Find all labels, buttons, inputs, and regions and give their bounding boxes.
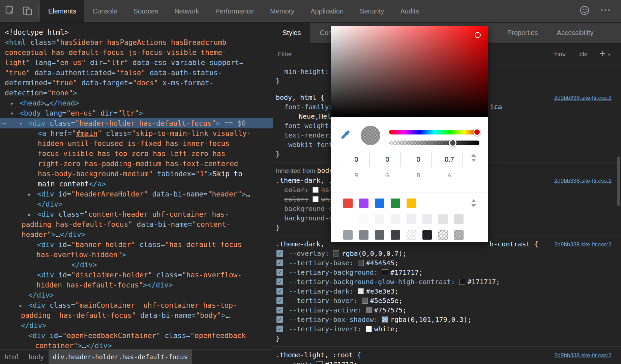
styles-tab-styles[interactable]: Styles	[273, 23, 310, 43]
dom-tree-node[interactable]: light" lang="en-us" dir="ltr" data-css-v…	[0, 58, 273, 68]
css-property-name[interactable]: --tertiary-background:	[289, 268, 378, 276]
red-channel-input[interactable]	[343, 152, 370, 167]
css-property-value[interactable]: #5e5e5e;	[370, 297, 403, 305]
collapse-arrow-icon[interactable]: ▼	[11, 109, 13, 119]
toggle-cls-button[interactable]: .cls	[578, 51, 587, 58]
palette-swatch[interactable]	[454, 199, 464, 208]
css-declaration[interactable]: --tertiary-box-shadow: rgba(0,101,179,0.…	[273, 315, 621, 324]
declaration-checkbox[interactable]	[276, 316, 283, 323]
dom-tree-node[interactable]: ▶<div class="mainContainer uhf-container…	[0, 300, 273, 310]
color-swatch[interactable]	[366, 307, 372, 313]
css-declaration[interactable]: --tertiary-background-glow-high-contrast…	[273, 277, 621, 286]
declaration-checkbox[interactable]	[276, 278, 283, 285]
dom-tree-node[interactable]: <div id="disclaimer-holder" class="has-o…	[0, 270, 273, 280]
toggle-hov-button[interactable]: :hov	[554, 51, 566, 58]
css-property-name[interactable]: color:	[284, 186, 308, 194]
color-swatch[interactable]	[362, 298, 368, 304]
css-property-name[interactable]: --tertiary-background-glow-high-contrast…	[289, 278, 455, 286]
color-swatch[interactable]	[333, 250, 339, 256]
collapse-arrow-icon[interactable]: ▼	[20, 119, 22, 129]
css-declaration[interactable]: --tertiary-active: #757575;	[273, 305, 621, 315]
css-declaration[interactable]: --tertiary-base: #454545;	[273, 258, 621, 268]
dom-tree-node[interactable]: ▶<div class="content-header uhf-containe…	[0, 209, 273, 219]
dom-tree-node[interactable]: </div>	[0, 260, 273, 270]
color-swatch[interactable]	[313, 196, 319, 202]
css-selector[interactable]: .theme-dark,	[276, 240, 325, 248]
declaration-checkbox[interactable]	[276, 288, 283, 295]
palette-stepper[interactable]	[471, 199, 476, 207]
dom-tree-node[interactable]: </div>	[0, 290, 273, 300]
dom-tree-node[interactable]: </div>	[0, 199, 273, 209]
css-declaration[interactable]: --tertiary-background: #171717;	[273, 268, 621, 277]
css-property-value[interactable]: #171717;	[468, 278, 500, 286]
css-property-value[interactable]: white;	[374, 325, 398, 333]
eyedropper-icon[interactable]	[340, 129, 351, 142]
green-channel-input[interactable]	[374, 152, 401, 167]
new-style-rule-button[interactable]: +	[599, 48, 605, 59]
hue-slider[interactable]	[389, 130, 479, 134]
css-property-value[interactable]: #171717;	[390, 268, 423, 276]
palette-swatch[interactable]	[359, 214, 368, 224]
css-property-value[interactable]: #757575;	[374, 306, 407, 314]
css-property-name[interactable]: --tertiary-base:	[289, 259, 354, 267]
expand-arrow-icon[interactable]: ▶	[11, 98, 13, 109]
palette-swatch[interactable]	[391, 199, 400, 208]
css-declaration[interactable]: --tertiary-hover: #5e5e5e;	[273, 296, 621, 305]
color-swatch[interactable]	[358, 288, 364, 294]
declaration-checkbox[interactable]	[276, 250, 283, 257]
palette-swatch[interactable]	[359, 230, 368, 240]
tab-sources[interactable]: Sources	[125, 0, 166, 22]
tab-memory[interactable]: Memory	[262, 0, 302, 22]
declaration-checkbox[interactable]	[276, 307, 283, 313]
dom-tree-node[interactable]: "true" data-authenticated="false" data-a…	[0, 68, 273, 78]
color-format-stepper[interactable]	[471, 154, 476, 162]
css-property-value[interactable]: rgba(0,0,0,0.7);	[342, 249, 407, 257]
alpha-channel-input[interactable]	[436, 152, 463, 167]
css-property-name[interactable]: min-height:	[284, 67, 329, 75]
color-swatch[interactable]	[459, 279, 465, 285]
css-declaration[interactable]: --tertiary-invert: white;	[273, 324, 621, 334]
tab-performance[interactable]: Performance	[207, 0, 262, 22]
palette-swatch[interactable]	[343, 214, 353, 224]
device-toolbar-icon[interactable]	[22, 5, 33, 18]
css-property-value[interactable]: #454545;	[366, 259, 398, 267]
color-swatch[interactable]	[317, 361, 323, 364]
dom-tree-node[interactable]: ▼<body lang="en-us" dir="ltr">	[0, 108, 273, 118]
color-swatch[interactable]	[358, 260, 364, 266]
css-declaration[interactable]: --text: #171717;	[273, 360, 621, 364]
dom-tree-node-selected[interactable]: ⋯▼<div class="header-holder has-default-…	[0, 118, 273, 128]
css-property-name[interactable]: --tertiary-active:	[289, 306, 362, 314]
expand-arrow-icon[interactable]: ▶	[28, 210, 31, 220]
dom-tree-node[interactable]: <a href="#main" class="skip-to-main-link…	[0, 128, 273, 139]
declaration-checkbox[interactable]	[276, 326, 283, 332]
tab-elements[interactable]: Elements	[40, 0, 84, 22]
css-property-value[interactable]: rgba(0,101,179,0.3);	[390, 315, 472, 324]
palette-swatch[interactable]	[375, 230, 384, 240]
expand-arrow-icon[interactable]: ▶	[28, 189, 31, 200]
css-declaration[interactable]: --overlay: rgba(0,0,0,0.7);	[273, 249, 621, 258]
declaration-checkbox[interactable]	[276, 269, 283, 276]
inspect-element-icon[interactable]	[4, 5, 16, 18]
breadcrumb-item[interactable]: html	[0, 350, 24, 364]
color-position-indicator[interactable]	[475, 32, 481, 38]
css-declaration[interactable]: --tertiary-dark: #e3e3e3;	[273, 286, 621, 296]
color-swatch[interactable]	[366, 326, 372, 332]
css-selector[interactable]: body, html {	[276, 93, 325, 101]
palette-swatch[interactable]	[454, 214, 464, 224]
dom-tree-node[interactable]: <!doctype html>	[0, 27, 273, 37]
tab-network[interactable]: Network	[166, 0, 207, 22]
css-property-name[interactable]: --overlay:	[289, 249, 329, 257]
palette-swatch[interactable]	[375, 199, 384, 208]
dom-tree-node[interactable]: main content</a>	[0, 179, 273, 189]
dom-tree-node[interactable]: ▶<div id="headerAreaHolder" data-bi-name…	[0, 189, 273, 199]
styles-tab-accessibility[interactable]: Accessibility	[548, 23, 603, 43]
palette-swatch[interactable]	[407, 214, 416, 224]
tab-application[interactable]: Application	[302, 0, 352, 22]
chevron-down-icon[interactable]: ▾	[608, 52, 610, 57]
stylesheet-link[interactable]: 2d9bb338.site-ltr.css:2	[554, 176, 612, 186]
feedback-smiley-icon[interactable]	[579, 5, 590, 17]
dom-tree-node[interactable]: determined="true" data-target="docs" x-m…	[0, 78, 273, 88]
dom-tree-node[interactable]: <div id="openFeedbackContainer" class="o…	[0, 331, 273, 341]
css-property-name[interactable]: --text:	[284, 360, 313, 364]
dom-tree-node[interactable]: padding has-default-focus" data-bi-name=…	[0, 219, 273, 230]
